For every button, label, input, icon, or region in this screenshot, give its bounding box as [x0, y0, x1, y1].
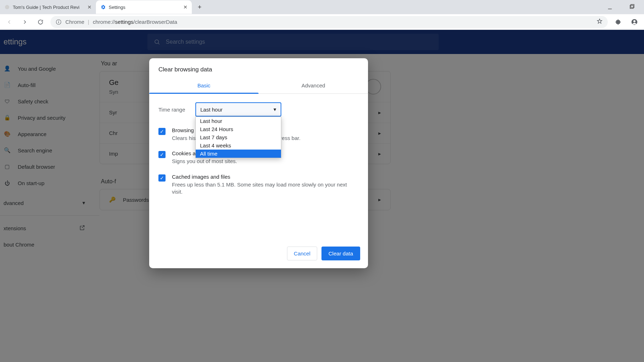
tab-title: Tom's Guide | Tech Product Revi — [13, 5, 85, 10]
svg-rect-3 — [631, 5, 634, 8]
checkbox-cookies[interactable]: ✓ — [158, 151, 166, 158]
time-range-value: Last hour — [200, 107, 223, 113]
cancel-button[interactable]: Cancel — [287, 247, 317, 260]
settings-gear-icon — [100, 4, 106, 10]
browser-tab-active[interactable]: Settings ✕ — [96, 0, 192, 14]
tab-title: Settings — [109, 5, 180, 10]
time-range-select[interactable]: Last hour ▾ — [195, 102, 281, 117]
dropdown-option[interactable]: Last 7 days — [196, 133, 281, 141]
checkbox-browsing-history[interactable]: ✓ — [158, 128, 166, 135]
close-icon[interactable]: ✕ — [183, 4, 188, 10]
extensions-icon[interactable] — [612, 16, 624, 28]
window-controls — [602, 2, 644, 12]
svg-point-5 — [58, 21, 59, 21]
omnibox-url: chrome://settings/clearBrowserData — [93, 19, 177, 25]
check-item-title: Cached images and files — [172, 174, 359, 180]
favicon-icon — [4, 4, 10, 10]
chevron-down-icon: ▾ — [274, 106, 276, 113]
svg-rect-2 — [630, 5, 633, 9]
omnibox-product: Chrome — [65, 19, 84, 25]
dialog-title: Clear browsing data — [149, 58, 368, 78]
dropdown-option[interactable]: Last 24 Hours — [196, 125, 281, 133]
clear-data-button[interactable]: Clear data — [321, 247, 360, 260]
svg-rect-6 — [58, 21, 59, 23]
close-icon[interactable]: ✕ — [87, 4, 92, 10]
reload-button[interactable] — [35, 16, 46, 28]
svg-rect-1 — [608, 9, 612, 10]
site-info-icon[interactable]: Chrome | — [55, 19, 89, 25]
forward-button[interactable] — [19, 16, 31, 28]
omnibox[interactable]: Chrome | chrome://settings/clearBrowserD… — [50, 16, 608, 28]
check-item-desc: Frees up less than 5.1 MB. Some sites ma… — [172, 181, 359, 196]
bookmark-star-icon[interactable] — [596, 18, 603, 26]
time-range-label: Time range — [158, 107, 190, 113]
back-button[interactable] — [4, 16, 15, 28]
dropdown-option-selected[interactable]: All time — [196, 150, 281, 158]
dropdown-option[interactable]: Last 4 weeks — [196, 141, 281, 150]
new-tab-button[interactable]: + — [195, 2, 205, 12]
clear-browsing-data-dialog: Clear browsing data Basic Advanced Time … — [149, 58, 368, 268]
svg-point-0 — [5, 5, 9, 9]
minimize-icon[interactable] — [602, 2, 618, 12]
toolbar: Chrome | chrome://settings/clearBrowserD… — [0, 14, 644, 30]
browser-tab[interactable]: Tom's Guide | Tech Product Revi ✕ — [0, 0, 96, 14]
dropdown-option[interactable]: Last hour — [196, 117, 281, 125]
maximize-icon[interactable] — [624, 2, 640, 12]
check-item-desc: Signs you out of most sites. — [172, 158, 359, 165]
time-range-dropdown: Last hour Last 24 Hours Last 7 days Last… — [195, 117, 281, 158]
profile-avatar-icon[interactable] — [628, 16, 640, 28]
checkbox-cached[interactable]: ✓ — [158, 174, 166, 182]
dialog-tabs: Basic Advanced — [149, 78, 368, 94]
tab-advanced[interactable]: Advanced — [259, 78, 368, 93]
tab-basic[interactable]: Basic — [149, 78, 259, 93]
tab-strip: Tom's Guide | Tech Product Revi ✕ Settin… — [0, 0, 644, 14]
svg-point-8 — [633, 20, 635, 22]
